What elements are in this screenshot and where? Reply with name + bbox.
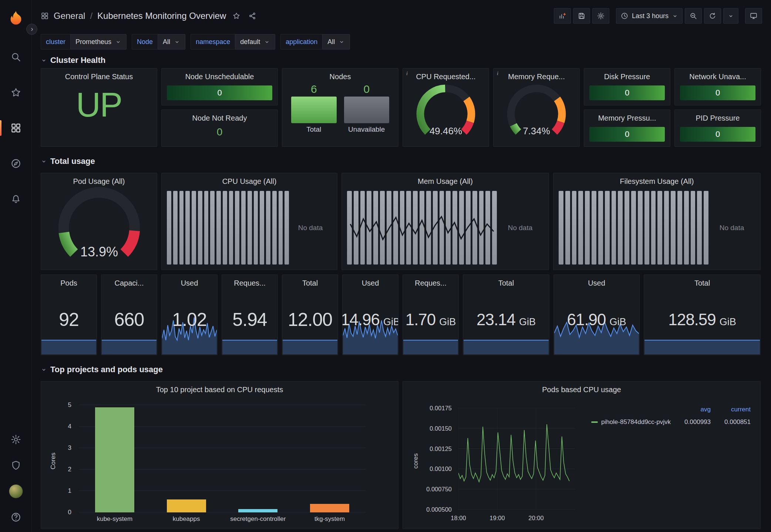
panel-title[interactable]: Used xyxy=(343,275,398,288)
legend-header-current[interactable]: current xyxy=(711,406,751,413)
panel-title[interactable]: Capaci... xyxy=(101,275,157,288)
variable-node: Node All xyxy=(132,34,185,50)
total-usage-row: Pod Usage (All) 13.9% CPU Usage (All) No… xyxy=(41,173,762,270)
fs-usage-body: No data xyxy=(559,191,755,265)
grafana-app: General / Kubernetes Monitoring Overview xyxy=(0,0,771,532)
panel-filesystem-usage: Filesystem Usage (All) No data xyxy=(553,173,761,270)
panel-title[interactable]: Used xyxy=(162,275,217,288)
panel-title[interactable]: Pods xyxy=(41,275,97,288)
grafana-logo[interactable] xyxy=(7,10,25,27)
sidebar-expand-button[interactable] xyxy=(26,24,37,35)
panel-title[interactable]: PID Pressure xyxy=(675,110,761,123)
zoom-out-time-button[interactable] xyxy=(685,8,702,24)
panel-title[interactable]: Node Not Ready xyxy=(162,110,277,123)
panel-title[interactable]: Node Unschedulable xyxy=(162,68,277,82)
compass-icon xyxy=(10,158,21,169)
panel-title[interactable]: Disk Pressure xyxy=(584,68,670,82)
disk-pressure-bar: 0 xyxy=(589,85,665,100)
stat-value: 5.94 xyxy=(232,309,267,330)
panel-title[interactable]: Memory Reque... xyxy=(494,68,579,82)
panel-title[interactable]: Control Plane Status xyxy=(41,68,157,82)
panel-title[interactable]: CPU Usage (All) xyxy=(162,173,337,186)
sidebar-bottom xyxy=(0,432,31,532)
bell-icon xyxy=(10,193,21,205)
fs-usage-lcd-gauge xyxy=(559,191,708,265)
time-range-picker[interactable]: Last 3 hours xyxy=(616,8,683,24)
panel-title[interactable]: Reques... xyxy=(222,275,277,288)
chevron-down-icon xyxy=(41,367,47,373)
panel-title[interactable]: Total xyxy=(463,275,549,288)
panel-title[interactable]: Pods based CPU usage xyxy=(403,381,760,395)
legend-current-value: 0.000851 xyxy=(711,418,751,426)
chevron-down-icon xyxy=(264,39,270,45)
panel-title[interactable]: CPU Requested... xyxy=(403,68,489,82)
panel-title[interactable]: Memory Pressu... xyxy=(584,110,670,123)
add-panel-icon xyxy=(558,12,566,20)
variable-application: application All xyxy=(280,34,350,50)
variable-application-dropdown[interactable]: All xyxy=(322,34,350,50)
dashboard-toolbar: Last 3 hours xyxy=(554,8,762,24)
bar-chart-plot xyxy=(79,405,366,512)
cpu-usage-lcd-gauge xyxy=(167,191,289,265)
node-unschedulable-bar: 0 xyxy=(167,85,272,100)
section-top-projects[interactable]: Top projects and pods usage xyxy=(41,362,762,377)
legend-series[interactable]: pihole-85784dd9cc-pvjvk xyxy=(591,418,671,426)
panel-title[interactable]: Filesystem Usage (All) xyxy=(553,173,760,186)
panel-title[interactable]: Mem Usage (All) xyxy=(342,173,549,186)
section-total-usage[interactable]: Total usage xyxy=(41,154,762,169)
no-data-label: No data xyxy=(497,191,543,265)
sidebar xyxy=(0,0,32,532)
dashboard-settings-button[interactable] xyxy=(592,8,609,24)
panel-stat-fs-used: Used 61.90GiB xyxy=(553,275,640,355)
panel-node-not-ready: Node Not Ready 0 xyxy=(161,110,278,147)
tv-mode-button[interactable] xyxy=(745,8,762,24)
add-panel-button[interactable] xyxy=(554,8,571,24)
panel-title[interactable]: Total xyxy=(282,275,338,288)
dashboard-main: General / Kubernetes Monitoring Overview xyxy=(32,0,771,532)
panel-title[interactable]: Network Unava... xyxy=(675,68,761,82)
sidebar-item-starred[interactable] xyxy=(0,82,31,103)
variable-application-value: All xyxy=(327,38,335,46)
sidebar-item-alerting[interactable] xyxy=(0,189,31,209)
sidebar-item-help[interactable] xyxy=(0,510,31,525)
network-unavailable-bar: 0 xyxy=(680,85,755,100)
breadcrumb-folder[interactable]: General xyxy=(54,11,85,21)
node-status-stack: Node Unschedulable 0 Node Not Ready 0 xyxy=(161,68,278,147)
variable-namespace-dropdown[interactable]: default xyxy=(235,34,275,50)
stat-value: 128.59 xyxy=(668,310,716,329)
sidebar-item-profile[interactable] xyxy=(0,484,31,499)
panel-title[interactable]: Pod Usage (All) xyxy=(41,173,157,186)
sidebar-nav xyxy=(0,47,31,209)
nodes-unavailable-column: 0 Unavailable xyxy=(344,82,390,134)
variable-node-dropdown[interactable]: All xyxy=(158,34,185,50)
save-dashboard-button[interactable] xyxy=(573,8,590,24)
sidebar-item-dashboards[interactable] xyxy=(0,118,31,138)
panel-title[interactable]: Nodes xyxy=(282,68,398,82)
breadcrumb: General / Kubernetes Monitoring Overview xyxy=(41,10,258,21)
sidebar-item-search[interactable] xyxy=(0,47,31,67)
section-cluster-health[interactable]: Cluster Health xyxy=(41,53,762,68)
panel-title[interactable]: Reques... xyxy=(403,275,458,288)
sidebar-item-configuration[interactable] xyxy=(0,432,31,447)
panel-title[interactable]: Used xyxy=(554,275,639,288)
legend-header-avg[interactable]: avg xyxy=(671,406,711,413)
share-dashboard-button[interactable] xyxy=(247,10,258,21)
favorite-dashboard-button[interactable] xyxy=(231,10,242,21)
refresh-button[interactable] xyxy=(704,8,721,24)
panel-title[interactable]: Total xyxy=(644,275,760,288)
chevron-down-icon xyxy=(41,57,47,64)
panel-stat-cpu-used: Used 1.02 xyxy=(161,275,218,355)
stat-value: 14.96 xyxy=(342,310,380,329)
zoom-out-icon xyxy=(689,12,697,20)
sidebar-item-server-admin[interactable] xyxy=(0,458,31,473)
sidebar-item-explore[interactable] xyxy=(0,153,31,174)
panel-info-icon[interactable]: i xyxy=(406,70,408,77)
variable-cluster-dropdown[interactable]: Prometheus xyxy=(70,34,127,50)
monitor-icon xyxy=(750,12,758,20)
panel-info-icon[interactable]: i xyxy=(497,70,498,77)
avatar xyxy=(9,484,23,498)
refresh-interval-dropdown[interactable] xyxy=(723,8,738,24)
panel-top10-cpu-requests: Top 10 project based on CPU requests Cor… xyxy=(41,381,398,529)
stat-value: 1.70 xyxy=(405,310,436,329)
panel-title[interactable]: Top 10 project based on CPU requests xyxy=(41,381,398,395)
